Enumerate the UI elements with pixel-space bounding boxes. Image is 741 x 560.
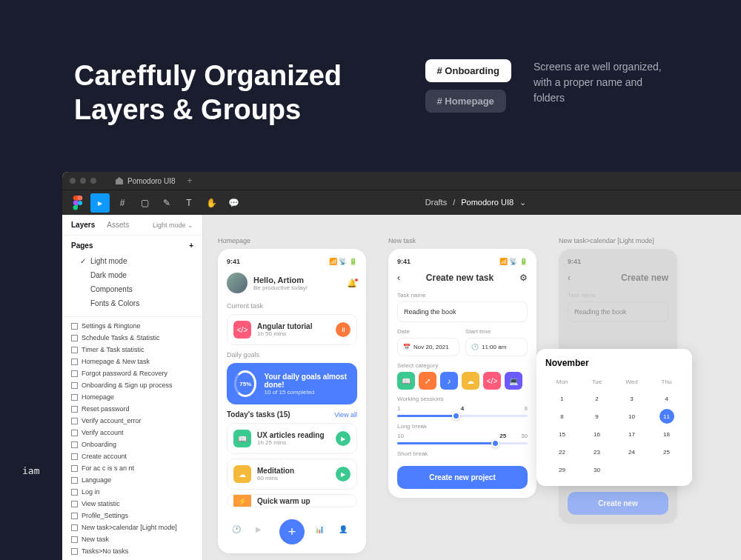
traffic-min-icon[interactable] xyxy=(80,178,86,184)
nav-clock-icon[interactable]: 🕐 xyxy=(232,525,245,539)
layer-item[interactable]: Log in xyxy=(62,486,202,498)
layer-item[interactable]: Forgot password & Recovery xyxy=(62,367,202,379)
task-name-input[interactable]: Reading the book xyxy=(397,301,528,322)
cal-day[interactable]: 10 xyxy=(625,409,639,424)
traffic-close-icon[interactable] xyxy=(70,178,76,184)
cat-cloud-icon[interactable]: ☁ xyxy=(462,372,479,390)
layer-item[interactable]: Create account xyxy=(62,450,202,462)
nav-play-icon[interactable]: ▶ xyxy=(256,525,269,539)
layer-item[interactable]: Onboarding & Sign up process xyxy=(62,379,202,391)
cal-day[interactable]: 2 xyxy=(590,391,605,406)
layer-item[interactable]: Homepage xyxy=(62,391,202,403)
cat-book-icon[interactable]: 📖 xyxy=(397,372,415,390)
play-button[interactable]: ▶ xyxy=(336,431,350,446)
back-button[interactable]: ‹ xyxy=(568,273,571,283)
working-slider[interactable] xyxy=(397,415,528,417)
gear-icon[interactable]: ⚙ xyxy=(519,273,528,283)
window-tab[interactable]: Pomodoro UI8 xyxy=(116,177,175,185)
frame-homepage[interactable]: 9:41 📶 📡 🔋 Hello, Artiom Be productive t… xyxy=(218,249,366,553)
status-time: 9:41 xyxy=(568,258,581,265)
cal-day[interactable]: 23 xyxy=(590,444,605,459)
layer-item[interactable]: New task xyxy=(62,533,202,545)
shape-tool[interactable]: ▢ xyxy=(135,193,154,213)
nav-profile-icon[interactable]: 👤 xyxy=(339,525,352,539)
play-button[interactable]: ▶ xyxy=(336,467,350,481)
move-tool[interactable]: ▸ xyxy=(90,193,110,213)
task-name-input[interactable]: Reading the book xyxy=(568,301,668,322)
text-tool[interactable]: T xyxy=(179,193,199,213)
cal-day[interactable]: 18 xyxy=(659,427,674,441)
page-item[interactable]: ✓Light mode xyxy=(71,254,193,268)
cal-day[interactable]: 24 xyxy=(625,444,639,459)
avatar[interactable] xyxy=(227,273,247,293)
cat-music-icon[interactable]: ♪ xyxy=(440,372,458,390)
calendar-popup[interactable]: November MonTueWedThu1234891011151617182… xyxy=(536,349,692,486)
page-item[interactable]: Fonts & Colors xyxy=(71,296,193,310)
page-item[interactable]: Components xyxy=(71,282,193,296)
category-label: Select category xyxy=(397,362,528,369)
create-button[interactable]: Create new xyxy=(568,492,668,515)
cal-day[interactable]: 1 xyxy=(555,391,570,406)
cal-day[interactable]: 16 xyxy=(590,427,605,441)
cal-day[interactable]: 25 xyxy=(659,444,674,459)
goals-card[interactable]: 75% Your daily goals almost done! 10 of … xyxy=(227,363,357,404)
back-button[interactable]: ‹ xyxy=(397,273,400,283)
comment-tool[interactable]: 💬 xyxy=(224,193,243,213)
cal-day[interactable]: 17 xyxy=(625,427,639,441)
fab-add-button[interactable]: + xyxy=(279,519,305,544)
tab-layers[interactable]: Layers xyxy=(71,221,95,229)
cal-day[interactable]: 8 xyxy=(555,409,570,424)
layer-item[interactable]: Verify account xyxy=(62,427,202,439)
layer-item[interactable]: Homepage & New task xyxy=(62,356,202,367)
cal-day[interactable]: 11 xyxy=(659,409,674,424)
traffic-max-icon[interactable] xyxy=(90,178,96,184)
canvas[interactable]: Homepage 9:41 📶 📡 🔋 Hello, Artiom Be pro… xyxy=(203,215,741,560)
cat-laptop-icon[interactable]: 💻 xyxy=(505,372,522,390)
time-input[interactable]: 🕐 11:00 am xyxy=(465,338,528,356)
layer-item[interactable]: Onboarding xyxy=(62,439,202,450)
pen-tool[interactable]: ✎ xyxy=(157,193,176,213)
layer-item[interactable]: Language xyxy=(62,474,202,486)
hand-tool[interactable]: ✋ xyxy=(202,193,221,213)
add-page-button[interactable]: + xyxy=(189,241,193,250)
frame-label-homepage[interactable]: Homepage xyxy=(218,237,366,244)
frame-tool[interactable]: # xyxy=(113,193,132,213)
cal-day[interactable]: 22 xyxy=(555,444,570,459)
create-project-button[interactable]: Create new project xyxy=(397,466,528,489)
layer-item[interactable]: Tasks>No tasks xyxy=(62,545,202,557)
cal-day[interactable]: 4 xyxy=(659,391,674,406)
layer-item[interactable]: Profile_Settings xyxy=(62,510,202,521)
tab-assets[interactable]: Assets xyxy=(107,221,129,229)
cal-day[interactable]: 15 xyxy=(555,427,570,441)
cal-day[interactable]: 29 xyxy=(555,462,570,477)
date-input[interactable]: 📅 Nov 20, 2021 xyxy=(397,338,459,356)
bell-icon[interactable]: 🔔 xyxy=(347,279,357,288)
cat-code-icon[interactable]: </> xyxy=(483,372,501,390)
cal-day[interactable]: 3 xyxy=(625,391,639,406)
layer-item[interactable]: View statistic xyxy=(62,498,202,510)
layer-item[interactable]: Settings & Ringtone xyxy=(62,320,202,332)
layer-item[interactable]: Schedule Tasks & Statistic xyxy=(62,332,202,344)
cal-day[interactable]: 9 xyxy=(590,409,605,424)
figma-logo-icon[interactable] xyxy=(68,193,87,213)
frame-newtask[interactable]: 9:41 📶 📡 🔋 ‹ Create new task ⚙ Task name… xyxy=(388,249,536,498)
layer-item[interactable]: Timer & Task statistic xyxy=(62,344,202,356)
cat-expand-icon[interactable]: ⤢ xyxy=(419,372,436,390)
frame-label-calendar[interactable]: New task>calendar [Light mode] xyxy=(559,237,677,244)
pause-button[interactable]: ⏸ xyxy=(336,322,350,337)
breadcrumb[interactable]: Drafts / Pomodoro UI8 ⌄ xyxy=(246,198,705,207)
mode-dropdown[interactable]: Light mode ⌄ xyxy=(153,221,193,229)
cal-day[interactable]: 30 xyxy=(590,462,605,477)
layer-item[interactable]: New task>calendar [Light mode] xyxy=(62,521,202,533)
view-all-link[interactable]: View all xyxy=(334,411,357,419)
layer-item[interactable]: For ac c is s an nt xyxy=(62,462,202,474)
tag-onboarding[interactable]: # Onboarding xyxy=(425,59,512,82)
layer-item[interactable]: Verify account_error xyxy=(62,415,202,427)
longbreak-slider[interactable] xyxy=(397,442,528,444)
nav-stats-icon[interactable]: 📊 xyxy=(315,525,328,539)
tag-homepage[interactable]: # Homepage xyxy=(425,90,506,113)
layer-item[interactable]: Reset password xyxy=(62,403,202,415)
page-item[interactable]: Dark mode xyxy=(71,268,193,282)
new-tab-button[interactable]: + xyxy=(187,176,192,186)
frame-label-newtask[interactable]: New task xyxy=(388,237,536,244)
